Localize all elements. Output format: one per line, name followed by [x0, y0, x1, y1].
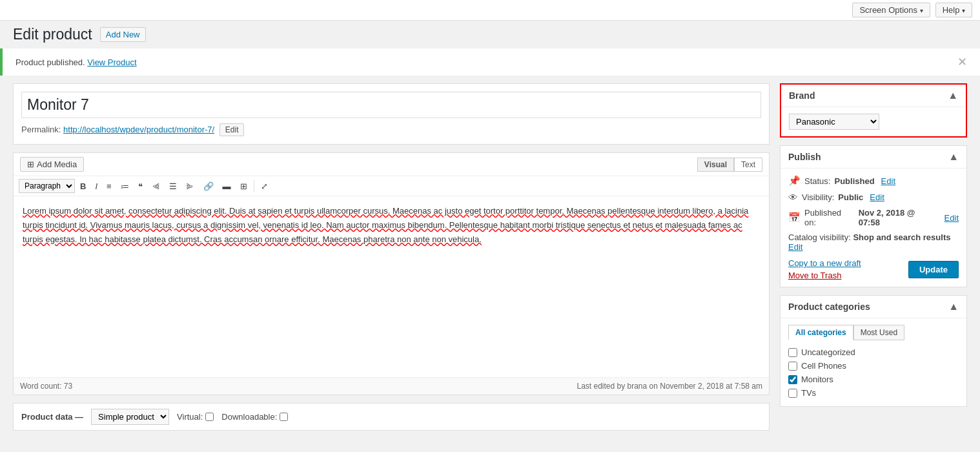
- italic-button[interactable]: I: [91, 180, 101, 193]
- status-edit-link[interactable]: Edit: [881, 176, 895, 186]
- product-title-box: Permalink: http://localhost/wpdev/produc…: [13, 83, 770, 145]
- move-trash-link[interactable]: Move to Trash: [788, 271, 841, 280]
- permalink-link[interactable]: http://localhost/wpdev/product/monitor-7…: [63, 125, 214, 134]
- add-new-button[interactable]: Add New: [100, 27, 146, 42]
- published-value: Nov 2, 2018 @ 07:58: [859, 208, 938, 227]
- notice-text: Product published. View Product: [15, 57, 137, 67]
- copy-draft-link[interactable]: Copy to a new draft: [788, 258, 861, 268]
- publish-panel-header: Publish ▲: [781, 146, 966, 169]
- visibility-value: Public: [838, 192, 863, 202]
- editor-box: ⊞ Add Media Visual Text Paragraph B I ≡ …: [13, 152, 770, 395]
- unordered-list-button[interactable]: ≡: [103, 180, 116, 193]
- virtual-checkbox[interactable]: [205, 413, 214, 421]
- editor-format-bar: Paragraph B I ≡ ≔ ❝ ⫷ ☰ ⫸ 🔗 ▬ ⊞ ⤢: [14, 176, 769, 196]
- visibility-label: Visibility:: [802, 192, 834, 202]
- visibility-edit-link[interactable]: Edit: [870, 192, 884, 202]
- paragraph-select[interactable]: Paragraph: [19, 179, 75, 193]
- status-row: 📌 Status: Published Edit: [788, 175, 959, 187]
- monitors-checkbox[interactable]: [788, 375, 797, 384]
- list-item: Monitors: [788, 373, 959, 386]
- brand-panel: Brand ▲ Panasonic: [780, 83, 967, 138]
- read-more-button[interactable]: ▬: [219, 180, 235, 193]
- calendar-icon: 📅: [788, 212, 801, 223]
- help-button[interactable]: Help ▾: [935, 3, 972, 17]
- brand-select[interactable]: Panasonic: [789, 114, 879, 130]
- media-icon: ⊞: [27, 159, 34, 169]
- status-label: Status:: [804, 176, 830, 186]
- product-type-select[interactable]: Simple product: [91, 409, 169, 425]
- editor-content[interactable]: Lorem ipsum dolor sit amet, consectetur …: [14, 196, 769, 377]
- catalog-edit-link[interactable]: Edit: [788, 242, 802, 252]
- list-item: Cell Phones: [788, 359, 959, 373]
- publish-panel-toggle[interactable]: ▲: [948, 151, 959, 163]
- categories-panel-toggle[interactable]: ▲: [948, 301, 959, 313]
- blockquote-button[interactable]: ❝: [134, 180, 147, 193]
- permalink-row: Permalink: http://localhost/wpdev/produc…: [21, 123, 761, 136]
- align-right-button[interactable]: ⫸: [182, 180, 198, 193]
- notice-close-icon[interactable]: ✕: [957, 55, 967, 69]
- align-left-button[interactable]: ⫷: [148, 180, 164, 193]
- brand-panel-title: Brand: [789, 90, 815, 101]
- categories-panel-title: Product categories: [788, 302, 870, 312]
- add-media-button[interactable]: ⊞ Add Media: [20, 157, 84, 172]
- right-column: Brand ▲ Panasonic Publish ▲ 📌 Status: Pu…: [780, 83, 967, 415]
- virtual-label: Virtual:: [177, 412, 203, 422]
- all-categories-tab[interactable]: All categories: [788, 325, 853, 340]
- page-title: Edit product: [13, 26, 92, 43]
- screen-options-button[interactable]: Screen Options ▾: [852, 3, 930, 17]
- product-title-input[interactable]: [21, 92, 761, 118]
- permalink-edit-button[interactable]: Edit: [219, 123, 245, 136]
- downloadable-checkbox[interactable]: [280, 413, 288, 421]
- downloadable-label: Downloadable:: [221, 412, 277, 422]
- notice-bar: Product published. View Product ✕: [0, 48, 980, 76]
- catalog-row: Catalog visibility: Shop and search resu…: [788, 232, 959, 252]
- categories-list: Uncategorized Cell Phones Monitors TVs: [788, 345, 959, 400]
- tvs-checkbox[interactable]: [788, 389, 797, 398]
- left-column: Permalink: http://localhost/wpdev/produc…: [13, 83, 770, 431]
- help-arrow-icon: ▾: [962, 7, 965, 14]
- product-data-bar: Product data — Simple product Virtual: D…: [13, 403, 770, 431]
- brand-panel-toggle[interactable]: ▲: [948, 90, 958, 101]
- view-buttons: Visual Text: [697, 158, 762, 172]
- categories-panel-body: All categories Most Used Uncategorized C…: [781, 318, 966, 406]
- publish-panel-title: Publish: [788, 152, 821, 162]
- align-center-button[interactable]: ☰: [165, 180, 181, 193]
- format-divider: [254, 180, 254, 192]
- category-label: Monitors: [801, 375, 833, 384]
- brand-panel-body: Panasonic: [781, 107, 966, 136]
- table-button[interactable]: ⊞: [236, 180, 251, 193]
- publish-panel-body: 📌 Status: Published Edit 👁 Visibility: P…: [781, 169, 966, 287]
- fullscreen-button[interactable]: ⤢: [257, 180, 272, 193]
- catalog-value: Shop and search results: [853, 232, 950, 242]
- publish-left-actions: Copy to a new draft Move to Trash: [788, 258, 861, 280]
- permalink-label: Permalink:: [21, 125, 61, 134]
- text-view-button[interactable]: Text: [734, 158, 762, 172]
- link-button[interactable]: 🔗: [199, 180, 218, 193]
- editor-footer: Word count: 73 Last edited by brana on N…: [14, 377, 769, 395]
- downloadable-row: Downloadable:: [221, 412, 288, 422]
- publish-panel: Publish ▲ 📌 Status: Published Edit 👁 Vis…: [780, 145, 967, 287]
- visibility-icon: 👁: [788, 192, 798, 203]
- word-count: Word count: 73: [20, 382, 72, 391]
- list-item: Uncategorized: [788, 345, 959, 359]
- screen-options-arrow-icon: ▾: [920, 7, 923, 14]
- catalog-label: Catalog visibility:: [788, 232, 851, 242]
- ordered-list-button[interactable]: ≔: [117, 180, 133, 193]
- visual-view-button[interactable]: Visual: [697, 158, 734, 172]
- cell-phones-checkbox[interactable]: [788, 362, 797, 371]
- last-edited: Last edited by brana on November 2, 2018…: [577, 382, 762, 391]
- list-item: TVs: [788, 386, 959, 400]
- bold-button[interactable]: B: [76, 180, 90, 193]
- most-used-tab[interactable]: Most Used: [853, 325, 904, 340]
- category-label: TVs: [801, 388, 816, 398]
- update-button[interactable]: Update: [908, 261, 959, 278]
- product-categories-panel: Product categories ▲ All categories Most…: [780, 295, 967, 407]
- category-label: Uncategorized: [801, 347, 855, 357]
- published-edit-link[interactable]: Edit: [944, 213, 959, 223]
- editor-toolbar-top: ⊞ Add Media Visual Text: [14, 153, 769, 176]
- main-layout: Permalink: http://localhost/wpdev/produc…: [0, 83, 980, 431]
- category-label: Cell Phones: [801, 361, 846, 371]
- view-product-link[interactable]: View Product: [87, 57, 136, 67]
- uncategorized-checkbox[interactable]: [788, 348, 797, 357]
- virtual-row: Virtual:: [177, 412, 214, 422]
